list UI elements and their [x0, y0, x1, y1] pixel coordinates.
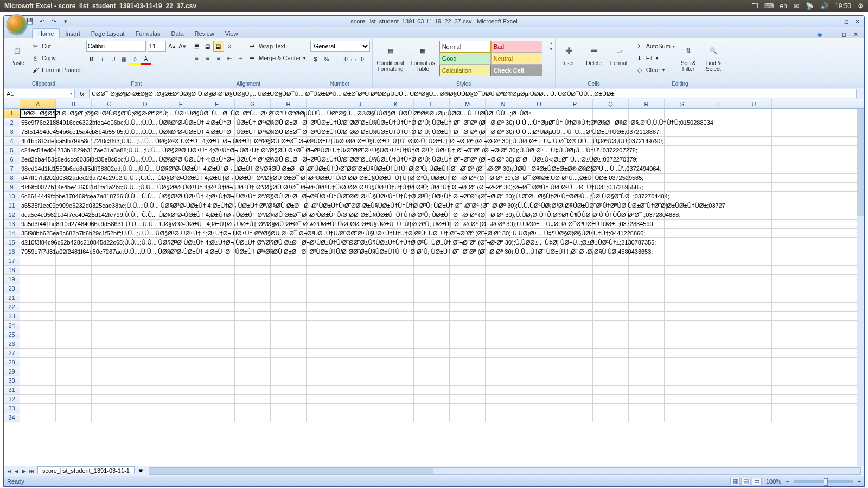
cell[interactable]: [92, 386, 127, 394]
cell[interactable]: [521, 284, 557, 293]
cell[interactable]: [56, 386, 92, 394]
cell[interactable]: [20, 330, 56, 339]
insert-cells-button[interactable]: ➕Insert: [558, 41, 580, 67]
cell[interactable]: 9a5d3f441be8f10d27484066a9d58631;Ù.Û...;…: [20, 220, 56, 228]
cell[interactable]: [557, 321, 593, 330]
cell[interactable]: [56, 376, 92, 385]
tab-data[interactable]: Data: [165, 29, 189, 38]
cell[interactable]: [56, 395, 92, 403]
cell[interactable]: [271, 404, 307, 413]
cell[interactable]: [665, 404, 700, 413]
cell[interactable]: [20, 275, 56, 284]
cell[interactable]: [92, 266, 127, 274]
cell[interactable]: [271, 349, 307, 357]
cell[interactable]: f049fc0077b14e4be436331d1fa1a2bc;Ù.Û...;…: [20, 183, 56, 191]
cell[interactable]: [56, 312, 92, 320]
cell[interactable]: [92, 367, 127, 376]
cell[interactable]: [700, 395, 736, 403]
cell[interactable]: ÙØØ¯ Ø§Ø¶Ø·Ø±Ø§Ø¨;Ø§Ø±Ø²ÙØ§Ø¨Û;Ø§Ø·Ø¶ØªÙ…: [20, 109, 56, 118]
cell[interactable]: [20, 284, 56, 293]
cell[interactable]: [163, 330, 199, 339]
cell[interactable]: [629, 109, 665, 118]
cell[interactable]: [521, 303, 557, 311]
row-header[interactable]: 18: [4, 266, 20, 274]
cell[interactable]: [557, 256, 593, 265]
cell[interactable]: [92, 339, 127, 348]
cell[interactable]: c24ec54ed04233b1829b317ae31a5a88;Ù.Û...;…: [20, 146, 56, 155]
sheet-nav-last-icon[interactable]: ⏭: [28, 468, 35, 474]
cell[interactable]: [593, 367, 629, 376]
cell[interactable]: [486, 358, 521, 367]
cell[interactable]: [557, 303, 593, 311]
cell[interactable]: [378, 404, 414, 413]
row-header[interactable]: 28: [4, 358, 20, 367]
cell[interactable]: [271, 293, 307, 302]
cell[interactable]: [557, 266, 593, 274]
cell[interactable]: [700, 109, 736, 118]
cell[interactable]: [235, 312, 271, 320]
cell[interactable]: [450, 312, 486, 320]
cell[interactable]: [736, 275, 772, 284]
cell[interactable]: [450, 349, 486, 357]
cell[interactable]: [557, 404, 593, 413]
cell[interactable]: [127, 266, 163, 274]
cell[interactable]: [307, 284, 342, 293]
cell[interactable]: 4b1bd813defca5fb79958c172f0c36f3;Ù.Û...;…: [20, 137, 56, 145]
cell[interactable]: [163, 339, 199, 348]
undo-icon[interactable]: ↶: [37, 17, 46, 25]
cell[interactable]: [665, 284, 700, 293]
column-header[interactable]: O: [521, 99, 557, 108]
cell[interactable]: [378, 349, 414, 357]
cell[interactable]: [127, 275, 163, 284]
cell[interactable]: [665, 146, 700, 155]
cell[interactable]: [700, 183, 736, 191]
cell[interactable]: [593, 376, 629, 385]
align-bottom-icon[interactable]: ⬓: [213, 41, 224, 52]
cell[interactable]: [271, 339, 307, 348]
cell[interactable]: [342, 321, 378, 330]
cell[interactable]: [307, 367, 342, 376]
cell[interactable]: d47ff17fd202d0382aded26a724c29e2;Ù.Û...;…: [20, 174, 56, 182]
cell-styles-gallery[interactable]: Normal Bad Good Neutral Calculation Chec…: [439, 41, 548, 76]
cell[interactable]: [92, 349, 127, 357]
cell[interactable]: [736, 229, 772, 237]
cell[interactable]: [736, 312, 772, 320]
cell[interactable]: 7959e7f7d31a02f2481f64b50e7267ad;Ù.Û...;…: [20, 247, 56, 256]
cell[interactable]: [235, 303, 271, 311]
gallery-up-icon[interactable]: ▴: [550, 41, 553, 46]
cell[interactable]: [629, 321, 665, 330]
cell[interactable]: [56, 256, 92, 265]
redo-icon[interactable]: ↷: [49, 17, 58, 25]
row-header[interactable]: 23: [4, 312, 20, 320]
cell[interactable]: [271, 330, 307, 339]
cell[interactable]: [235, 266, 271, 274]
clear-button[interactable]: ◇Clear▾: [635, 65, 675, 75]
cell[interactable]: [665, 321, 700, 330]
cell[interactable]: [163, 349, 199, 357]
grow-font-icon[interactable]: A▴: [168, 42, 176, 51]
help-icon[interactable]: ◉: [815, 30, 824, 38]
column-header[interactable]: A: [20, 99, 56, 108]
cell[interactable]: [593, 303, 629, 311]
cell[interactable]: [700, 358, 736, 367]
column-header[interactable]: R: [629, 99, 665, 108]
cell[interactable]: [414, 284, 450, 293]
column-header[interactable]: S: [665, 99, 700, 108]
cell[interactable]: [593, 395, 629, 403]
comma-format-icon[interactable]: ,: [332, 54, 343, 65]
cell[interactable]: [736, 238, 772, 247]
column-header[interactable]: H: [271, 99, 307, 108]
name-box[interactable]: A1▾: [4, 89, 75, 98]
cell[interactable]: [450, 256, 486, 265]
cell[interactable]: [378, 312, 414, 320]
cell[interactable]: [235, 339, 271, 348]
cell[interactable]: [700, 321, 736, 330]
cell[interactable]: [665, 395, 700, 403]
cell[interactable]: [163, 275, 199, 284]
cell[interactable]: [665, 220, 700, 228]
cell[interactable]: [20, 303, 56, 311]
cell[interactable]: [378, 293, 414, 302]
cell[interactable]: [557, 376, 593, 385]
cell[interactable]: [486, 293, 521, 302]
cell[interactable]: [92, 404, 127, 413]
